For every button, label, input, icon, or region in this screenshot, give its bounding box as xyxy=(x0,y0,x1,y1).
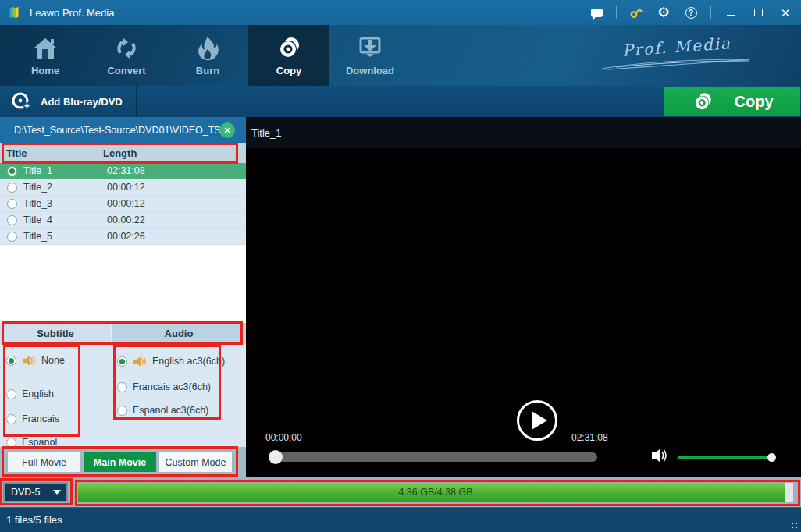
option-label: Espanol ac3(6ch) xyxy=(133,405,208,416)
convert-icon xyxy=(112,35,141,62)
gear-icon[interactable]: ⚙ xyxy=(656,5,671,20)
preview-title: Title_1 xyxy=(246,127,282,139)
close-icon[interactable]: ✕ xyxy=(778,5,793,20)
capacity-bar: 4.36 GB/4.38 GB xyxy=(78,483,793,502)
row-title: Title_1 xyxy=(17,165,107,176)
brand-logo: Prof. Media xyxy=(600,37,753,70)
resize-grip-icon[interactable] xyxy=(789,520,798,529)
nav-label: Copy xyxy=(276,65,302,76)
seek-thumb[interactable] xyxy=(269,450,283,464)
main-movie-button[interactable]: Main Movie xyxy=(84,452,156,472)
radio-selected-icon[interactable] xyxy=(7,166,17,176)
option-label: Francais xyxy=(22,413,59,424)
chevron-down-icon xyxy=(53,490,61,495)
table-row[interactable]: Title_1 02:31:08 xyxy=(0,163,246,179)
nav-tab-home[interactable]: Home xyxy=(5,25,86,86)
audio-option-english[interactable]: English ac3(6ch) xyxy=(117,353,225,369)
radio-selected-icon[interactable] xyxy=(117,356,127,367)
key-icon[interactable] xyxy=(628,5,644,20)
remove-source-icon[interactable]: ✕ xyxy=(219,122,235,138)
title-list: Title_1 02:31:08 Title_2 00:00:12 Title_… xyxy=(0,163,246,245)
option-label: None xyxy=(41,355,65,366)
maximize-icon[interactable] xyxy=(750,5,766,20)
volume-thumb[interactable] xyxy=(767,453,776,462)
title-table-header: Title Length xyxy=(0,143,246,163)
audio-option-espanol[interactable]: Espanol ac3(6ch) xyxy=(117,403,225,418)
tab-subtitle[interactable]: Subtitle xyxy=(0,323,112,344)
preview-header: Title_1 xyxy=(246,117,801,148)
table-row[interactable]: Title_2 00:00:12 xyxy=(0,179,246,196)
row-title: Title_2 xyxy=(17,182,107,193)
tab-audio[interactable]: Audio xyxy=(112,323,246,344)
option-label: Francais ac3(6ch) xyxy=(133,381,211,392)
volume-slider[interactable] xyxy=(678,456,774,459)
copy-action-button[interactable]: Copy xyxy=(664,87,800,116)
table-row[interactable]: Title_5 00:02:26 xyxy=(0,229,246,245)
source-path: D:\Test_Source\Test-Source\DVD01\VIDEO_T… xyxy=(0,125,221,136)
toolbar: Add Blu-ray/DVD Copy xyxy=(0,86,801,117)
radio-icon[interactable] xyxy=(7,199,17,209)
brand-text: Prof. Media xyxy=(621,34,732,60)
play-button[interactable] xyxy=(517,400,557,441)
row-title: Title_5 xyxy=(17,231,107,242)
subtitle-options: None English Francais Espanol xyxy=(6,344,65,450)
app-title: Leawo Prof. Media xyxy=(30,7,114,19)
audio-options: English ac3(6ch) Francais ac3(6ch) Espan… xyxy=(117,344,225,418)
custom-mode-button[interactable]: Custom Mode xyxy=(159,452,232,472)
column-length: Length xyxy=(103,147,137,159)
row-title: Title_4 xyxy=(17,215,107,225)
radio-icon[interactable] xyxy=(7,183,17,193)
nav-tab-convert[interactable]: Convert xyxy=(86,25,167,86)
radio-icon[interactable] xyxy=(117,406,127,416)
app-window: Leawo Prof. Media ⚙ ? ✕ xyxy=(0,0,801,532)
seek-slider[interactable] xyxy=(269,452,597,462)
nav-label: Burn xyxy=(196,65,219,76)
titlebar-separator xyxy=(616,6,617,19)
play-icon xyxy=(532,411,547,430)
capacity-label: 4.36 GB/4.38 GB xyxy=(78,483,793,502)
subtitle-option-english[interactable]: English xyxy=(6,386,65,402)
track-options: None English Francais Espanol xyxy=(0,344,246,447)
radio-icon[interactable] xyxy=(7,232,17,242)
disc-type-select[interactable]: DVD-5 xyxy=(3,482,68,502)
full-movie-button[interactable]: Full Movie xyxy=(8,452,80,472)
titlebar: Leawo Prof. Media ⚙ ? ✕ xyxy=(0,0,801,25)
option-label: English ac3(6ch) xyxy=(152,356,225,367)
nav-label: Home xyxy=(31,65,59,76)
list-empty-area xyxy=(0,245,246,323)
copy-disc-icon xyxy=(275,35,303,62)
disc-type-value: DVD-5 xyxy=(5,487,53,498)
volume-icon[interactable] xyxy=(651,448,668,463)
audio-option-francais[interactable]: Francais ac3(6ch) xyxy=(117,379,225,395)
add-bluray-dvd-button[interactable]: Add Blu-ray/DVD xyxy=(0,86,137,117)
main-navigation: Home Convert Burn xyxy=(0,25,801,86)
table-row[interactable]: Title_3 00:00:12 xyxy=(0,196,246,212)
copy-disc-icon xyxy=(691,90,714,114)
nav-tab-copy[interactable]: Copy xyxy=(248,25,329,86)
leawo-logo-icon xyxy=(8,5,22,20)
home-icon xyxy=(31,35,59,62)
radio-selected-icon[interactable] xyxy=(6,356,16,366)
speaker-icon xyxy=(22,355,36,367)
speaker-icon xyxy=(133,356,147,367)
source-path-bar: D:\Test_Source\Test-Source\DVD01\VIDEO_T… xyxy=(0,117,246,143)
subtitle-option-none[interactable]: None xyxy=(6,353,65,368)
radio-icon[interactable] xyxy=(6,389,16,399)
radio-icon[interactable] xyxy=(117,382,127,392)
minimize-icon[interactable] xyxy=(723,5,739,20)
message-icon[interactable] xyxy=(589,5,604,20)
table-row[interactable]: Title_4 00:00:22 xyxy=(0,212,246,229)
radio-icon[interactable] xyxy=(7,215,17,225)
row-length: 00:02:26 xyxy=(107,231,145,242)
radio-icon[interactable] xyxy=(6,414,16,424)
help-icon[interactable]: ? xyxy=(683,5,699,20)
option-label: Espanol xyxy=(22,437,57,448)
nav-tab-download[interactable]: Download xyxy=(329,25,411,86)
column-title: Title xyxy=(0,147,103,159)
nav-tab-burn[interactable]: Burn xyxy=(167,25,248,86)
row-length: 02:31:08 xyxy=(107,165,145,176)
titlebar-separator xyxy=(710,6,711,19)
source-panel: D:\Test_Source\Test-Source\DVD01\VIDEO_T… xyxy=(0,117,246,477)
radio-icon[interactable] xyxy=(6,438,16,448)
subtitle-option-francais[interactable]: Francais xyxy=(6,411,65,427)
